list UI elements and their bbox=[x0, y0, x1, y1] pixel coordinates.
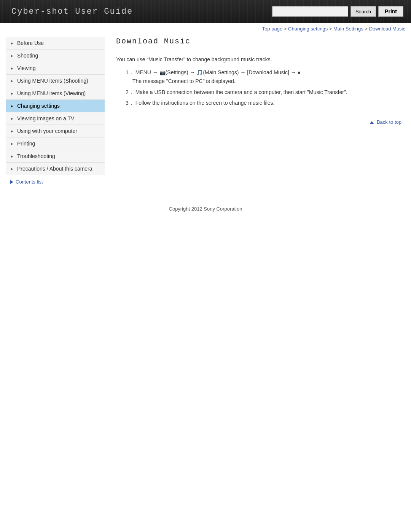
breadcrumb-sep-1: > bbox=[284, 26, 288, 32]
sidebar-item-before-use[interactable]: ► Before Use bbox=[6, 37, 105, 50]
arrow-icon: ► bbox=[10, 142, 14, 146]
arrow-icon: ► bbox=[10, 154, 14, 158]
arrow-icon: ► bbox=[10, 129, 14, 133]
step-2-text: Make a USB connection between the camera… bbox=[135, 89, 347, 95]
contents-list-label: Contents list bbox=[16, 179, 43, 185]
sidebar-item-label: Printing bbox=[17, 141, 35, 147]
intro-text: You can use “Music Transfer” to change b… bbox=[116, 55, 401, 64]
contents-list-link[interactable]: Contents list bbox=[6, 175, 105, 189]
sidebar-item-label: Viewing images on a TV bbox=[17, 115, 74, 121]
breadcrumb-link-main[interactable]: Main Settings bbox=[333, 26, 363, 32]
footer: Copyright 2012 Sony Corporation bbox=[0, 200, 411, 219]
arrow-icon: ► bbox=[10, 117, 14, 121]
step-1-number: 1． bbox=[126, 69, 134, 75]
step-2-number: 2． bbox=[126, 89, 134, 95]
header: Cyber-shot User Guide Search Print bbox=[0, 0, 411, 23]
arrow-icon: ► bbox=[10, 41, 14, 45]
back-to-top-label: Back to top bbox=[377, 119, 401, 125]
arrow-icon: ► bbox=[10, 104, 14, 108]
app-title: Cyber-shot User Guide bbox=[0, 7, 133, 16]
back-to-top-link[interactable]: Back to top bbox=[370, 119, 401, 125]
step-1-sub: The message "Connect to PC" is displayed… bbox=[126, 77, 236, 85]
main-container: ► Before Use ► Shooting ► Viewing ► Usin… bbox=[0, 33, 411, 192]
sidebar-item-label: Troubleshooting bbox=[17, 153, 55, 159]
back-to-top: Back to top bbox=[116, 118, 401, 126]
sidebar-item-viewing[interactable]: ► Viewing bbox=[6, 62, 105, 75]
triangle-up-icon bbox=[370, 121, 374, 124]
arrow-right-icon bbox=[10, 180, 13, 184]
sidebar: ► Before Use ► Shooting ► Viewing ► Usin… bbox=[6, 37, 105, 189]
page-title: Download Music bbox=[116, 37, 401, 49]
step-3-number: 3． bbox=[126, 100, 134, 106]
sidebar-item-label: Before Use bbox=[17, 40, 44, 46]
content-area: Download Music You can use “Music Transf… bbox=[112, 37, 405, 189]
search-button[interactable]: Search bbox=[350, 6, 376, 17]
step-3: 3． Follow the instructions on the screen… bbox=[124, 99, 401, 107]
arrow-icon: ► bbox=[10, 167, 14, 171]
step-2: 2． Make a USB connection between the cam… bbox=[124, 88, 401, 96]
sidebar-item-label: Using with your computer bbox=[17, 128, 77, 134]
search-input[interactable] bbox=[272, 6, 348, 17]
breadcrumb: Top page > Changing settings > Main Sett… bbox=[0, 23, 411, 33]
search-area: Search Print bbox=[272, 6, 411, 17]
sidebar-item-computer[interactable]: ► Using with your computer bbox=[6, 125, 105, 137]
sidebar-item-changing-settings[interactable]: ► Changing settings bbox=[6, 100, 105, 112]
arrow-icon: ► bbox=[10, 66, 14, 70]
breadcrumb-link-download[interactable]: Download Music bbox=[369, 26, 405, 32]
sidebar-item-viewing-tv[interactable]: ► Viewing images on a TV bbox=[6, 112, 105, 125]
sidebar-item-printing[interactable]: ► Printing bbox=[6, 137, 105, 150]
steps-list: 1． MENU → 📷(Settings) → 🎵(Main Settings)… bbox=[120, 68, 401, 107]
sidebar-item-shooting[interactable]: ► Shooting bbox=[6, 50, 105, 62]
breadcrumb-link-top[interactable]: Top page bbox=[262, 26, 283, 32]
sidebar-item-menu-shooting[interactable]: ► Using MENU items (Shooting) bbox=[6, 75, 105, 87]
breadcrumb-link-changing[interactable]: Changing settings bbox=[288, 26, 328, 32]
sidebar-item-label: Viewing bbox=[17, 65, 36, 71]
arrow-icon: ► bbox=[10, 54, 14, 58]
step-1-text: MENU → 📷(Settings) → 🎵(Main Settings) → … bbox=[135, 69, 301, 75]
sidebar-item-troubleshooting[interactable]: ► Troubleshooting bbox=[6, 150, 105, 163]
sidebar-item-label: Using MENU items (Viewing) bbox=[17, 90, 86, 96]
content-body: You can use “Music Transfer” to change b… bbox=[116, 55, 401, 126]
sidebar-item-label: Shooting bbox=[17, 53, 38, 59]
sidebar-item-label: Using MENU items (Shooting) bbox=[17, 78, 88, 84]
step-3-text: Follow the instructions on the screen to… bbox=[135, 100, 275, 106]
breadcrumb-sep-3: > bbox=[365, 26, 369, 32]
copyright-text: Copyright 2012 Sony Corporation bbox=[169, 206, 242, 212]
breadcrumb-sep-2: > bbox=[329, 26, 333, 32]
sidebar-item-label: Changing settings bbox=[17, 103, 60, 109]
sidebar-item-precautions[interactable]: ► Precautions / About this camera bbox=[6, 163, 105, 175]
print-button[interactable]: Print bbox=[378, 6, 403, 17]
sidebar-item-menu-viewing[interactable]: ► Using MENU items (Viewing) bbox=[6, 87, 105, 100]
arrow-icon: ► bbox=[10, 91, 14, 96]
arrow-icon: ► bbox=[10, 79, 14, 83]
step-1: 1． MENU → 📷(Settings) → 🎵(Main Settings)… bbox=[124, 68, 401, 85]
sidebar-item-label: Precautions / About this camera bbox=[17, 166, 92, 172]
